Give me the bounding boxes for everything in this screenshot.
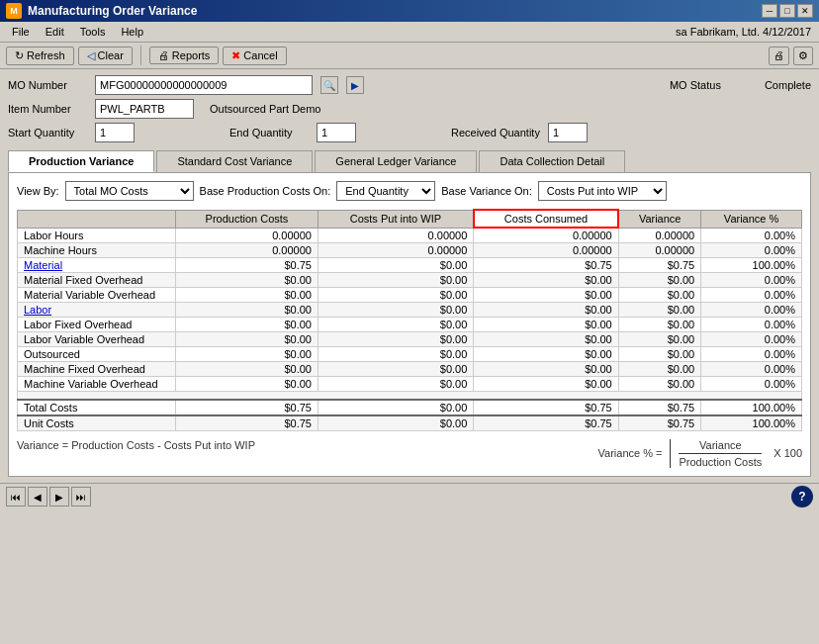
mo-nav-button[interactable]: ▶: [346, 76, 364, 94]
mo-number-input[interactable]: [95, 75, 313, 95]
row-label: Material Variable Overhead: [18, 288, 176, 303]
tab-standard-cost-variance[interactable]: Standard Cost Variance: [156, 150, 313, 172]
help-button[interactable]: ?: [791, 486, 813, 507]
row-cell: $0.00: [176, 318, 318, 332]
row-label[interactable]: Labor: [18, 303, 176, 318]
row-cell: $0.00: [318, 347, 473, 362]
received-quantity-input[interactable]: [548, 123, 588, 142]
footer-note: Variance = Production Costs - Costs Put …: [17, 439, 802, 468]
window-title: Manufacturing Order Variance: [28, 4, 197, 18]
col-header-variance-pct: Variance %: [701, 210, 802, 228]
nav-first-button[interactable]: ⏮: [6, 487, 26, 506]
settings-button[interactable]: ⚙: [793, 46, 813, 65]
base-production-select[interactable]: End Quantity: [336, 181, 435, 201]
end-quantity-input[interactable]: [317, 123, 356, 142]
row-cell: $0.75: [474, 258, 618, 273]
tabs-container: Production Variance Standard Cost Varian…: [8, 150, 811, 172]
item-description: Outsourced Part Demo: [210, 103, 321, 115]
row-cell: $0.00: [176, 362, 318, 377]
row-cell: 0.00000: [618, 228, 700, 243]
row-cell: 0.00000: [176, 228, 318, 243]
menu-file[interactable]: File: [4, 24, 38, 40]
nav-last-button[interactable]: ⏭: [71, 487, 91, 506]
row-label[interactable]: Material: [18, 258, 176, 273]
start-quantity-label: Start Quantity: [8, 127, 87, 138]
row-cell: 0.00%: [701, 347, 802, 362]
variance-pct-denominator: Production Costs: [679, 456, 762, 468]
row-cell: $0.00: [474, 332, 618, 347]
row-cell: $0.00: [318, 377, 473, 392]
mo-status-label: MO Status: [670, 79, 749, 91]
nav-prev-button[interactable]: ◀: [28, 487, 47, 506]
nav-next-button[interactable]: ▶: [49, 487, 69, 506]
tab-production-variance[interactable]: Production Variance: [8, 150, 154, 172]
toolbar-separator: [140, 46, 141, 65]
mo-search-button[interactable]: 🔍: [320, 76, 338, 94]
blank-row: [18, 392, 802, 400]
total-row-cell: $0.75: [474, 400, 618, 415]
received-quantity-label: Received Quantity: [451, 127, 540, 138]
tab-data-collection[interactable]: Data Collection Detail: [479, 150, 625, 172]
row-cell: $0.00: [318, 332, 473, 347]
row-cell: 0.00%: [701, 228, 802, 243]
row-cell: 0.00000: [176, 243, 318, 258]
row-cell: $0.00: [474, 377, 618, 392]
menu-help[interactable]: Help: [113, 24, 151, 40]
printer-button[interactable]: 🖨: [769, 46, 789, 65]
start-quantity-input[interactable]: [95, 123, 135, 142]
cancel-button[interactable]: ✖ Cancel: [223, 46, 286, 65]
row-cell: $0.75: [176, 258, 318, 273]
row-label: Material Fixed Overhead: [18, 273, 176, 288]
row-cell: $0.00: [176, 288, 318, 303]
refresh-button[interactable]: ↻ Refresh: [6, 46, 74, 65]
row-cell: $0.00: [176, 303, 318, 318]
end-quantity-label: End Quantity: [229, 127, 309, 138]
menu-tools[interactable]: Tools: [72, 24, 114, 40]
row-label: Machine Fixed Overhead: [18, 362, 176, 377]
row-cell: $0.00: [176, 332, 318, 347]
clear-icon: ◁: [87, 49, 95, 62]
clear-button[interactable]: ◁ Clear: [78, 46, 133, 65]
variance-pct-multiplier: X 100: [774, 447, 802, 459]
row-cell: $0.00: [318, 303, 473, 318]
total-row-label: Total Costs: [18, 400, 176, 415]
row-cell: $0.00: [618, 288, 700, 303]
item-number-input[interactable]: [95, 99, 194, 119]
row-cell: 0.00%: [701, 303, 802, 318]
col-header-label: [18, 210, 176, 228]
close-button[interactable]: ✕: [797, 4, 813, 18]
view-by-label: View By:: [17, 185, 59, 197]
total-row-cell: $0.75: [176, 400, 318, 415]
total-row-cell: $0.00: [318, 415, 473, 431]
variance-formula-text: Variance = Production Costs - Costs Put …: [17, 439, 255, 451]
reports-button[interactable]: 🖨 Reports: [149, 46, 220, 64]
reports-icon: 🖨: [158, 49, 169, 61]
row-cell: $0.00: [618, 362, 700, 377]
form-row-mo: MO Number 🔍 ▶ MO Status Complete: [8, 75, 811, 95]
row-cell: 0.00%: [701, 273, 802, 288]
tab-gl-variance[interactable]: General Ledger Variance: [315, 150, 477, 172]
row-cell: $0.00: [618, 303, 700, 318]
base-variance-select[interactable]: Costs Put into WIP: [538, 181, 667, 201]
mo-number-label: MO Number: [8, 79, 87, 91]
tab-content: View By: Total MO Costs Base Production …: [8, 172, 811, 477]
minimize-button[interactable]: ─: [762, 4, 777, 18]
row-label: Labor Variable Overhead: [18, 332, 176, 347]
variance-pct-numerator: Variance: [699, 439, 742, 451]
bottom-bar: ⏮ ◀ ▶ ⏭ ?: [0, 483, 819, 510]
total-row-cell: $0.75: [618, 415, 700, 431]
row-cell: 0.00000: [618, 243, 700, 258]
row-cell: $0.00: [618, 377, 700, 392]
row-cell: $0.00: [474, 318, 618, 332]
total-row-cell: $0.75: [618, 400, 700, 415]
row-cell: $0.00: [176, 347, 318, 362]
total-row-label: Unit Costs: [18, 415, 176, 431]
row-label: Labor Fixed Overhead: [18, 318, 176, 332]
maximize-button[interactable]: □: [779, 4, 795, 18]
view-by-select[interactable]: Total MO Costs: [65, 181, 194, 201]
menu-edit[interactable]: Edit: [38, 24, 72, 40]
app-icon: M: [6, 3, 22, 19]
row-cell: 0.00%: [701, 318, 802, 332]
row-cell: $0.00: [318, 288, 473, 303]
user-info: sa Fabrikam, Ltd. 4/12/2017: [676, 26, 815, 38]
